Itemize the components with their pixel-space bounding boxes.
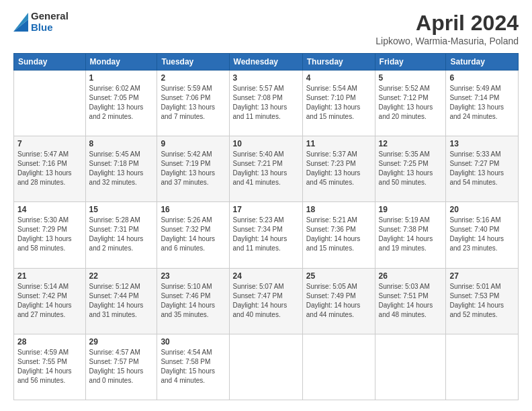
calendar-header: SundayMondayTuesdayWednesdayThursdayFrid… xyxy=(14,54,519,71)
day-info: Sunrise: 5:37 AMSunset: 7:23 PMDaylight:… xyxy=(306,150,371,187)
day-number: 4 xyxy=(306,73,371,83)
logo-icon xyxy=(13,13,28,32)
calendar-cell: 4Sunrise: 5:54 AMSunset: 7:10 PMDaylight… xyxy=(302,71,375,136)
day-number: 9 xyxy=(161,139,225,148)
calendar-cell xyxy=(14,71,86,136)
day-number: 21 xyxy=(17,271,82,281)
calendar-cell: 26Sunrise: 5:03 AMSunset: 7:51 PMDayligh… xyxy=(375,268,446,334)
logo-blue-text: Blue xyxy=(31,22,69,34)
calendar-cell: 15Sunrise: 5:28 AMSunset: 7:31 PMDayligh… xyxy=(85,202,157,268)
week-row-2: 7Sunrise: 5:47 AMSunset: 7:16 PMDaylight… xyxy=(14,136,519,202)
day-info: Sunrise: 5:05 AMSunset: 7:49 PMDaylight:… xyxy=(306,282,371,320)
calendar-cell: 22Sunrise: 5:12 AMSunset: 7:44 PMDayligh… xyxy=(85,268,157,334)
day-number: 28 xyxy=(17,337,82,347)
calendar-cell: 14Sunrise: 5:30 AMSunset: 7:29 PMDayligh… xyxy=(14,202,86,268)
calendar-cell: 25Sunrise: 5:05 AMSunset: 7:49 PMDayligh… xyxy=(302,268,375,334)
day-info: Sunrise: 5:54 AMSunset: 7:10 PMDaylight:… xyxy=(306,84,371,122)
day-number: 25 xyxy=(306,271,371,281)
day-number: 26 xyxy=(379,271,443,281)
day-info: Sunrise: 5:57 AMSunset: 7:08 PMDaylight:… xyxy=(233,84,299,122)
calendar-cell: 17Sunrise: 5:23 AMSunset: 7:34 PMDayligh… xyxy=(229,202,302,268)
header-cell-wednesday: Wednesday xyxy=(229,54,302,71)
day-info: Sunrise: 5:19 AMSunset: 7:38 PMDaylight:… xyxy=(379,216,443,253)
day-info: Sunrise: 6:02 AMSunset: 7:05 PMDaylight:… xyxy=(89,84,154,122)
week-row-4: 21Sunrise: 5:14 AMSunset: 7:42 PMDayligh… xyxy=(14,268,519,334)
month-title: April 2024 xyxy=(375,11,519,36)
day-info: Sunrise: 5:30 AMSunset: 7:29 PMDaylight:… xyxy=(17,216,82,253)
logo-general-text: General xyxy=(31,11,69,22)
calendar-cell: 28Sunrise: 4:59 AMSunset: 7:55 PMDayligh… xyxy=(14,334,86,400)
header-cell-sunday: Sunday xyxy=(14,54,86,71)
calendar-cell: 11Sunrise: 5:37 AMSunset: 7:23 PMDayligh… xyxy=(302,136,375,202)
day-number: 22 xyxy=(89,271,154,281)
day-info: Sunrise: 5:52 AMSunset: 7:12 PMDaylight:… xyxy=(379,84,443,122)
calendar-table: SundayMondayTuesdayWednesdayThursdayFrid… xyxy=(13,53,519,400)
header-cell-thursday: Thursday xyxy=(302,54,375,71)
day-info: Sunrise: 5:49 AMSunset: 7:14 PMDaylight:… xyxy=(449,84,515,122)
day-info: Sunrise: 4:59 AMSunset: 7:55 PMDaylight:… xyxy=(17,348,82,385)
calendar-cell: 2Sunrise: 5:59 AMSunset: 7:06 PMDaylight… xyxy=(157,71,229,136)
day-info: Sunrise: 5:01 AMSunset: 7:53 PMDaylight:… xyxy=(449,282,515,320)
calendar-cell: 19Sunrise: 5:19 AMSunset: 7:38 PMDayligh… xyxy=(375,202,446,268)
calendar-cell: 6Sunrise: 5:49 AMSunset: 7:14 PMDaylight… xyxy=(446,71,519,136)
day-number: 12 xyxy=(379,139,443,148)
week-row-3: 14Sunrise: 5:30 AMSunset: 7:29 PMDayligh… xyxy=(14,202,519,268)
day-number: 8 xyxy=(89,139,154,148)
calendar-cell: 29Sunrise: 4:57 AMSunset: 7:57 PMDayligh… xyxy=(85,334,157,400)
day-number: 10 xyxy=(233,139,299,148)
day-info: Sunrise: 5:45 AMSunset: 7:18 PMDaylight:… xyxy=(89,150,154,187)
day-number: 11 xyxy=(306,139,371,148)
calendar-cell xyxy=(229,334,302,400)
day-info: Sunrise: 5:21 AMSunset: 7:36 PMDaylight:… xyxy=(306,216,371,253)
day-number: 16 xyxy=(161,205,225,214)
calendar-cell: 3Sunrise: 5:57 AMSunset: 7:08 PMDaylight… xyxy=(229,71,302,136)
header: General Blue April 2024 Lipkowo, Warmia-… xyxy=(13,11,519,46)
day-number: 6 xyxy=(449,73,515,83)
week-row-1: 1Sunrise: 6:02 AMSunset: 7:05 PMDaylight… xyxy=(14,71,519,136)
day-number: 17 xyxy=(233,205,299,214)
day-info: Sunrise: 5:03 AMSunset: 7:51 PMDaylight:… xyxy=(379,282,443,320)
day-info: Sunrise: 5:07 AMSunset: 7:47 PMDaylight:… xyxy=(233,282,299,320)
day-number: 13 xyxy=(449,139,515,148)
header-row: SundayMondayTuesdayWednesdayThursdayFrid… xyxy=(14,54,519,71)
page: General Blue April 2024 Lipkowo, Warmia-… xyxy=(0,0,532,411)
day-number: 29 xyxy=(89,337,154,347)
day-number: 18 xyxy=(306,205,371,214)
day-info: Sunrise: 5:42 AMSunset: 7:19 PMDaylight:… xyxy=(161,150,225,187)
calendar-cell: 20Sunrise: 5:16 AMSunset: 7:40 PMDayligh… xyxy=(446,202,519,268)
calendar-cell: 12Sunrise: 5:35 AMSunset: 7:25 PMDayligh… xyxy=(375,136,446,202)
day-info: Sunrise: 5:10 AMSunset: 7:46 PMDaylight:… xyxy=(161,282,225,320)
header-cell-friday: Friday xyxy=(375,54,446,71)
calendar-cell: 5Sunrise: 5:52 AMSunset: 7:12 PMDaylight… xyxy=(375,71,446,136)
calendar-cell: 9Sunrise: 5:42 AMSunset: 7:19 PMDaylight… xyxy=(157,136,229,202)
week-row-5: 28Sunrise: 4:59 AMSunset: 7:55 PMDayligh… xyxy=(14,334,519,400)
day-number: 7 xyxy=(17,139,82,148)
calendar-cell: 27Sunrise: 5:01 AMSunset: 7:53 PMDayligh… xyxy=(446,268,519,334)
header-cell-tuesday: Tuesday xyxy=(157,54,229,71)
calendar-cell: 8Sunrise: 5:45 AMSunset: 7:18 PMDaylight… xyxy=(85,136,157,202)
calendar-cell: 1Sunrise: 6:02 AMSunset: 7:05 PMDaylight… xyxy=(85,71,157,136)
day-number: 3 xyxy=(233,73,299,83)
header-cell-saturday: Saturday xyxy=(446,54,519,71)
day-info: Sunrise: 5:47 AMSunset: 7:16 PMDaylight:… xyxy=(17,150,82,187)
calendar-cell: 18Sunrise: 5:21 AMSunset: 7:36 PMDayligh… xyxy=(302,202,375,268)
day-info: Sunrise: 4:54 AMSunset: 7:58 PMDaylight:… xyxy=(161,348,225,385)
day-number: 24 xyxy=(233,271,299,281)
day-info: Sunrise: 5:33 AMSunset: 7:27 PMDaylight:… xyxy=(449,150,515,187)
calendar-cell: 21Sunrise: 5:14 AMSunset: 7:42 PMDayligh… xyxy=(14,268,86,334)
calendar-cell xyxy=(446,334,519,400)
day-number: 2 xyxy=(161,73,225,83)
calendar-cell: 16Sunrise: 5:26 AMSunset: 7:32 PMDayligh… xyxy=(157,202,229,268)
day-info: Sunrise: 4:57 AMSunset: 7:57 PMDaylight:… xyxy=(89,348,154,385)
header-cell-monday: Monday xyxy=(85,54,157,71)
calendar-cell: 10Sunrise: 5:40 AMSunset: 7:21 PMDayligh… xyxy=(229,136,302,202)
day-info: Sunrise: 5:14 AMSunset: 7:42 PMDaylight:… xyxy=(17,282,82,320)
day-info: Sunrise: 5:12 AMSunset: 7:44 PMDaylight:… xyxy=(89,282,154,320)
calendar-cell: 30Sunrise: 4:54 AMSunset: 7:58 PMDayligh… xyxy=(157,334,229,400)
day-number: 27 xyxy=(449,271,515,281)
day-number: 1 xyxy=(89,73,154,83)
day-info: Sunrise: 5:16 AMSunset: 7:40 PMDaylight:… xyxy=(449,216,515,253)
day-number: 14 xyxy=(17,205,82,214)
day-info: Sunrise: 5:28 AMSunset: 7:31 PMDaylight:… xyxy=(89,216,154,253)
day-info: Sunrise: 5:35 AMSunset: 7:25 PMDaylight:… xyxy=(379,150,443,187)
